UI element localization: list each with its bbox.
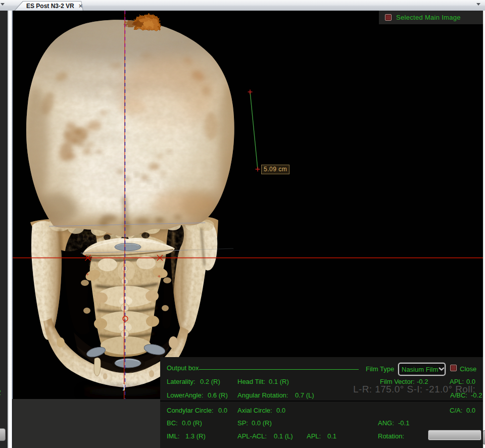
output-panel: L-R: 175.0° S-I: -21.0° Roll: Output box… [160,357,483,448]
app-window: { "tab_bar": { "title": "ES Post N3-2 VR… [0,0,485,448]
head-tilt-value: 0.1 (R) [269,378,289,385]
apl-upper-value: 0.0 [466,378,475,385]
tab-close-icon[interactable]: × [79,3,83,9]
tab-scroll-left-icon[interactable] [1,3,5,6]
distance-measure-line [250,92,258,169]
right-splitter[interactable] [483,11,485,448]
rotation-label: Rotation: [378,432,404,440]
apl-acl-label: APL-ACL: [237,432,267,440]
sp-value: 0.0 (R) [252,419,272,427]
left-clipped-value: 2 [0,388,1,396]
sp-label: SP: [237,419,248,427]
apl-lower-label: APL: [307,432,321,440]
close-label: Close [460,365,476,373]
left-splitter[interactable] [8,11,12,448]
output-box-title: Output box [167,364,199,372]
film-type-value: Nasium Film [402,366,438,373]
film-vector-label: Film Vector: [380,378,415,385]
tab-content[interactable]: ES Post N3-2 VR × [26,2,82,10]
selected-main-image-label: Selected Main Image [396,14,461,21]
panel-separator [160,401,483,402]
lower-angle-value: 0.6 (R) [208,391,228,399]
ruler-bracket-mark: ] [123,383,125,390]
condylar-circle-value: 0.0 [218,407,227,414]
lower-angle-label: LowerAngle: [167,391,203,399]
skull-render [13,11,483,399]
skull-3d-render [13,11,483,399]
chevron-down-icon [439,366,445,373]
axial-circle-label: Axial Circle: [237,407,272,414]
ca-value: 0.0 [466,407,475,414]
rotation-input[interactable] [428,430,481,440]
left-collapsed-panel: 2 [0,11,8,448]
cervical-vertebrae [81,232,177,359]
head-tilt-label: Head Tilt: [237,378,265,385]
viewport-left-edge [12,11,13,399]
film-type-label: Film Type [366,365,394,373]
measure-endpoint-cross [248,90,253,94]
ang-value: -0.1 [398,419,409,427]
laterality-label: Laterality: [167,378,195,385]
angular-rotation-label: Angular Rotation: [237,391,288,399]
axial-circle-value: 0.0 [276,407,285,414]
apl-upper-label: APL: [450,378,464,385]
laterality-value: 0.2 (R) [200,378,220,385]
left-splitter-button[interactable] [0,428,6,441]
close-checkbox[interactable] [450,365,457,371]
measurement-value-label: 5.09 cm [261,165,289,174]
apl-lower-value: 0.1 [327,432,336,440]
ang-label: ANG: [378,419,394,427]
ca-label: C/A: [450,407,462,414]
output-box-underline [199,369,359,370]
selected-main-image-box: Selected Main Image [379,11,483,24]
film-type-select[interactable]: Nasium Film [398,363,446,376]
bc-value: 0.0 (R) [182,419,202,427]
abc-label: A/BC: [450,391,467,399]
angular-rotation-value: 0.7 (L) [295,391,314,399]
abc-value: -0.2 [471,391,482,399]
tab-scroll-right-icon[interactable] [476,3,480,6]
tab-bar: ES Post N3-2 VR × [0,0,485,11]
tab-title: ES Post N3-2 VR [26,3,74,10]
render-viewport[interactable]: Selected Main Image 5.09 cm ] [13,11,483,399]
selected-main-image-checkbox[interactable] [385,14,392,21]
iml-label: IML: [167,432,179,440]
condylar-circle-label: Condylar Circle: [167,407,213,414]
film-vector-value: -0.2 [417,378,428,385]
bc-label: BC: [167,419,178,427]
measure-endpoint-cross [256,167,260,172]
iml-value: 1.3 (R) [185,432,206,440]
apl-acl-value: 0.1 (L) [274,432,293,440]
